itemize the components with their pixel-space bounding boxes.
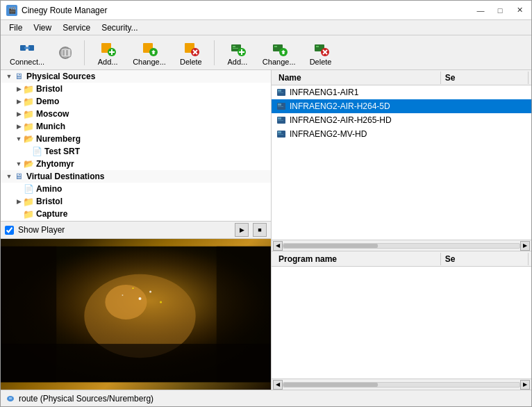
- titlebar-left: 🎬 Cinegy Route Manager: [6, 5, 107, 16]
- list-item-infraeng2-air-h264-5d[interactable]: INFRAENG2-AIR-H264-5D: [272, 99, 531, 113]
- svg-rect-46: [278, 90, 281, 92]
- titlebar: 🎬 Cinegy Route Manager — □ ✕: [1, 1, 531, 20]
- list-item-infraeng2-air-h265-hd[interactable]: INFRAENG2-AIR-H265-HD: [272, 113, 531, 127]
- window-title: Cinegy Route Manager: [22, 6, 107, 15]
- right-list-content[interactable]: INFRAENG1-AIR1 INFRAENG2-AIR-H264-5D: [272, 85, 531, 240]
- connect-icon: [19, 40, 35, 56]
- delete2-label: Delete: [310, 58, 332, 66]
- svg-rect-29: [316, 46, 319, 47]
- delete1-button[interactable]: Delete: [174, 38, 208, 67]
- menu-service[interactable]: Service: [57, 22, 96, 34]
- computer-icon: 🖥: [13, 71, 24, 82]
- svg-rect-47: [278, 92, 283, 93]
- folder-icon-bristol2: 📁: [23, 196, 34, 207]
- maximize-button[interactable]: □: [491, 3, 509, 17]
- svg-rect-26: [274, 46, 277, 47]
- tree-item-zhytomyr[interactable]: ▼ 📂 Zhytomyr: [1, 158, 271, 170]
- tree-item-physical-sources[interactable]: ▼ 🖥 Physical Sources: [1, 70, 271, 83]
- bottom-table-header: Program name Se: [272, 251, 531, 267]
- add2-button[interactable]: Add...: [220, 38, 255, 67]
- change1-button[interactable]: Change...: [128, 38, 171, 67]
- scrollbar-track-top[interactable]: [283, 243, 520, 249]
- change2-button[interactable]: Change...: [258, 38, 301, 67]
- close-button[interactable]: ✕: [510, 3, 529, 17]
- col-header-program-name[interactable]: Program name: [274, 253, 441, 265]
- show-player-checkbox[interactable]: [5, 226, 14, 235]
- col-header-se[interactable]: Se: [441, 72, 529, 84]
- delete1-label: Delete: [180, 58, 202, 66]
- list-item-infraeng2-mv-hd[interactable]: INFRAENG2-MV-HD: [272, 127, 531, 141]
- expand-physical-sources[interactable]: ▼: [5, 72, 13, 81]
- col-header-name[interactable]: Name: [274, 72, 441, 84]
- add1-label: Add...: [98, 58, 118, 66]
- tree-item-test-srt[interactable]: 📄 Test SRT: [1, 145, 271, 158]
- svg-rect-50: [278, 106, 283, 107]
- right-header: Name Se: [272, 70, 531, 85]
- tree-item-demo[interactable]: ▶ 📁 Demo: [1, 95, 271, 108]
- left-panel: ▼ 🖥 Physical Sources ▶ 📁 Bristol: [1, 70, 272, 390]
- expand-moscow[interactable]: ▶: [15, 110, 23, 118]
- tree-item-bristol2[interactable]: ▶ 📁 Bristol: [1, 195, 271, 208]
- computer-icon-vd: 🖥: [13, 171, 24, 182]
- menu-view[interactable]: View: [28, 22, 57, 34]
- col-header-se2[interactable]: Se: [441, 253, 529, 265]
- tree-item-virtual-destinations[interactable]: ▼ 🖥 Virtual Destinations: [1, 170, 271, 183]
- refresh-button[interactable]: [52, 38, 78, 67]
- delete2-button[interactable]: Delete: [304, 38, 338, 67]
- infraeng2-mv-hd-label: INFRAENG2-MV-HD: [290, 129, 367, 139]
- menu-file[interactable]: File: [3, 22, 28, 34]
- tree-item-moscow[interactable]: ▶ 📁 Moscow: [1, 108, 271, 120]
- test-srt-label: Test SRT: [44, 147, 80, 156]
- tree-view[interactable]: ▼ 🖥 Physical Sources ▶ 📁 Bristol: [1, 70, 271, 221]
- expand-capture: [15, 210, 23, 218]
- stop-button[interactable]: ■: [253, 223, 267, 237]
- app-icon: 🎬: [6, 5, 17, 16]
- svg-rect-55: [278, 131, 281, 133]
- expand-test-srt: [23, 147, 31, 156]
- add1-button[interactable]: Add...: [90, 38, 125, 67]
- expand-demo[interactable]: ▶: [15, 97, 23, 106]
- scroll-left-button[interactable]: ◀: [273, 241, 283, 251]
- folder-icon-capture: 📁: [23, 208, 34, 219]
- server-icon-2: [276, 101, 287, 112]
- svg-rect-21: [233, 48, 238, 49]
- scroll-right-button[interactable]: ▶: [520, 241, 530, 251]
- list-item-infraeng1-air1[interactable]: INFRAENG1-AIR1: [272, 85, 531, 99]
- svg-point-40: [139, 297, 142, 300]
- expand-munich[interactable]: ▶: [15, 122, 23, 131]
- folder-icon-munich: 📁: [23, 121, 34, 132]
- svg-rect-20: [233, 46, 235, 47]
- expand-nuremberg[interactable]: ▼: [15, 135, 23, 143]
- server-icon-3: [276, 115, 287, 126]
- tree-item-capture[interactable]: 📁 Capture: [1, 208, 271, 220]
- play-button[interactable]: ▶: [235, 223, 249, 237]
- toolbar: Connect...: [1, 35, 531, 70]
- change1-label: Change...: [133, 58, 166, 66]
- expand-bristol[interactable]: ▶: [15, 85, 23, 93]
- menu-security[interactable]: Security...: [96, 22, 143, 34]
- scroll-left-bottom[interactable]: ◀: [273, 380, 283, 390]
- tree-item-bristol[interactable]: ▶ 📁 Bristol: [1, 83, 271, 95]
- virtual-destinations-label: Virtual Destinations: [26, 172, 104, 181]
- bristol2-label: Bristol: [36, 197, 63, 206]
- scrollbar-track-bottom[interactable]: [283, 382, 520, 388]
- tree-item-munich[interactable]: ▶ 📁 Munich: [1, 120, 271, 133]
- tree-item-amino[interactable]: 📄 Amino: [1, 183, 271, 195]
- folder-open-icon-zhytomyr: 📂: [23, 158, 34, 169]
- video-thumbnail: [1, 239, 271, 390]
- minimize-button[interactable]: —: [472, 3, 490, 17]
- change2-label: Change...: [263, 58, 296, 66]
- server-icon-1: [276, 87, 287, 98]
- svg-rect-8: [66, 50, 68, 56]
- munich-label: Munich: [36, 122, 65, 131]
- expand-bristol2[interactable]: ▶: [15, 197, 23, 206]
- scroll-right-bottom[interactable]: ▶: [520, 380, 530, 390]
- tree-item-nuremberg[interactable]: ▼ 📂 Nuremberg: [1, 133, 271, 145]
- expand-zhytomyr[interactable]: ▼: [15, 160, 23, 168]
- expand-virtual-destinations[interactable]: ▼: [5, 172, 13, 181]
- amino-label: Amino: [36, 184, 62, 194]
- statusbar: route (Physical Sources/Nuremberg): [1, 390, 531, 406]
- folder-icon-demo: 📁: [23, 96, 34, 107]
- item-icon-test-srt: 📄: [31, 146, 42, 157]
- connect-button[interactable]: Connect...: [5, 38, 49, 67]
